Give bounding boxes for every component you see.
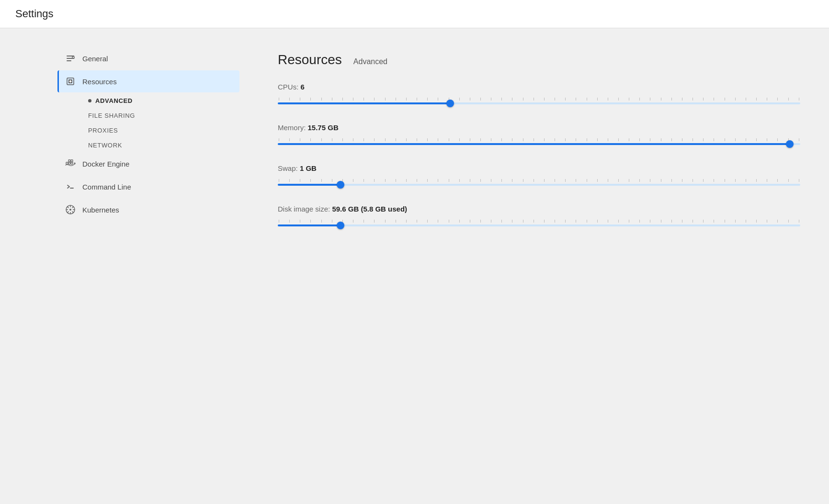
svg-rect-3 — [72, 56, 74, 58]
sidebar-sub-network[interactable]: NETWORK — [82, 138, 239, 153]
swap-value: 1 GB — [300, 164, 317, 172]
kubernetes-icon — [65, 204, 76, 215]
sidebar-item-docker-engine-label: Docker Engine — [82, 160, 129, 168]
main-content: General Resources ADVANCED FILE SHARING — [0, 28, 829, 284]
cpus-thumb[interactable] — [446, 100, 454, 107]
cpus-label: CPUs: 6 — [278, 83, 800, 91]
swap-ticks — [278, 179, 800, 182]
svg-rect-9 — [71, 162, 73, 164]
swap-fill — [278, 184, 341, 186]
sidebar-sub-proxies[interactable]: PROXIES — [82, 123, 239, 138]
cpus-value: 6 — [301, 83, 305, 91]
svg-line-20 — [68, 207, 69, 208]
sidebar-sub-network-label: NETWORK — [88, 142, 122, 149]
memory-value: 15.75 GB — [308, 123, 339, 132]
disk-fill — [278, 224, 341, 226]
docker-engine-icon — [65, 158, 76, 169]
swap-thumb[interactable] — [337, 181, 344, 189]
svg-rect-10 — [68, 160, 70, 162]
sidebar: General Resources ADVANCED FILE SHARING — [57, 47, 239, 265]
memory-ticks — [278, 138, 800, 141]
panel-header: Resources Advanced — [278, 52, 800, 67]
svg-line-21 — [72, 212, 74, 213]
sidebar-item-kubernetes[interactable]: Kubernetes — [57, 199, 239, 221]
svg-rect-8 — [68, 162, 70, 164]
sidebar-item-command-line-label: Command Line — [82, 183, 131, 191]
sidebar-sub-proxies-label: PROXIES — [88, 127, 118, 134]
memory-slider[interactable] — [278, 143, 800, 145]
sidebar-sub-file-sharing[interactable]: FILE SHARING — [82, 108, 239, 123]
resources-icon — [65, 76, 76, 87]
sidebar-sub-advanced[interactable]: ADVANCED — [82, 93, 239, 108]
swap-slider[interactable] — [278, 184, 800, 186]
page-title: Settings — [15, 8, 54, 20]
cpus-fill — [278, 102, 450, 104]
svg-line-23 — [68, 212, 69, 213]
svg-rect-11 — [71, 160, 73, 162]
memory-section: Memory: 15.75 GB — [278, 123, 800, 145]
svg-rect-2 — [67, 60, 71, 61]
sidebar-sub-file-sharing-label: FILE SHARING — [88, 112, 135, 119]
active-dot — [88, 99, 91, 102]
sidebar-sub-resources: ADVANCED FILE SHARING PROXIES NETWORK — [57, 93, 239, 153]
sidebar-item-general[interactable]: General — [57, 47, 239, 69]
svg-line-22 — [72, 207, 74, 208]
sidebar-item-docker-engine[interactable]: Docker Engine — [57, 153, 239, 175]
disk-value: 59.6 GB (5.8 GB used) — [332, 205, 407, 213]
disk-label: Disk image size: 59.6 GB (5.8 GB used) — [278, 205, 800, 213]
swap-label: Swap: 1 GB — [278, 164, 800, 172]
sidebar-item-kubernetes-label: Kubernetes — [82, 206, 119, 214]
disk-ticks — [278, 220, 800, 223]
cpus-section: CPUs: 6 — [278, 83, 800, 104]
panel-title: Resources — [278, 52, 342, 67]
command-line-icon — [65, 181, 76, 192]
disk-thumb[interactable] — [337, 222, 344, 229]
memory-thumb[interactable] — [786, 140, 794, 148]
panel-tab-advanced[interactable]: Advanced — [352, 56, 389, 67]
svg-rect-7 — [66, 162, 68, 164]
sidebar-item-general-label: General — [82, 55, 108, 63]
memory-label: Memory: 15.75 GB — [278, 123, 800, 132]
svg-point-6 — [69, 80, 72, 83]
cpus-ticks — [278, 98, 800, 101]
swap-section: Swap: 1 GB — [278, 164, 800, 186]
sidebar-sub-advanced-label: ADVANCED — [95, 97, 133, 104]
disk-slider[interactable] — [278, 224, 800, 226]
svg-point-15 — [69, 209, 71, 211]
sidebar-item-command-line[interactable]: Command Line — [57, 176, 239, 198]
general-icon — [65, 53, 76, 64]
memory-fill — [278, 143, 790, 145]
page-header: Settings — [0, 0, 829, 28]
sidebar-item-resources[interactable]: Resources — [57, 70, 239, 92]
panel: Resources Advanced CPUs: 6 Memory: — [239, 47, 829, 265]
cpus-slider[interactable] — [278, 102, 800, 104]
svg-point-12 — [74, 163, 76, 164]
sidebar-item-resources-label: Resources — [82, 78, 117, 86]
disk-section: Disk image size: 59.6 GB (5.8 GB used) — [278, 205, 800, 226]
